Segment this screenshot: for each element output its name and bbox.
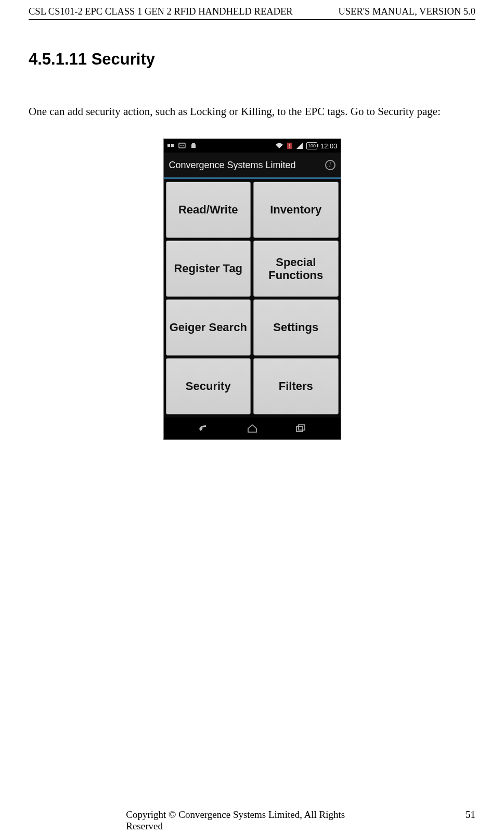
svg-rect-1 (171, 144, 174, 147)
phone-frame: ! 100 12:03 Convergence Systems Limited … (163, 138, 341, 440)
page-header: CSL CS101-2 EPC CLASS 1 GEN 2 RFID HANDH… (0, 0, 504, 19)
dialog-icon (178, 142, 186, 149)
battery-text: 100 (308, 143, 316, 148)
filters-button[interactable]: Filters (253, 358, 339, 414)
two-dots-icon (167, 142, 174, 149)
status-time: 12:03 (320, 142, 338, 150)
settings-button[interactable]: Settings (253, 299, 339, 356)
app-title: Convergence Systems Limited (169, 160, 296, 171)
geiger-search-button[interactable]: Geiger Search (166, 299, 251, 356)
svg-point-3 (180, 145, 182, 146)
page-footer: Copyright © Convergence Systems Limited,… (0, 809, 504, 821)
svg-rect-2 (179, 143, 185, 148)
security-button[interactable]: Security (166, 358, 251, 414)
wifi-icon (275, 142, 283, 149)
signal-icon (296, 142, 303, 149)
section-heading: 4.5.1.11 Security (29, 50, 475, 69)
battery-icon: 100 (306, 142, 317, 149)
section-body: One can add security action, such as Loc… (29, 100, 475, 123)
status-left (167, 142, 197, 149)
android-status-bar: ! 100 12:03 (164, 139, 341, 153)
svg-text:!: ! (289, 143, 291, 149)
button-grid: Read/Write Inventory Register Tag Specia… (165, 180, 340, 416)
status-right: ! 100 12:03 (275, 142, 338, 150)
home-icon[interactable] (247, 424, 258, 433)
read-write-button[interactable]: Read/Write (166, 182, 251, 238)
svg-rect-9 (296, 426, 303, 432)
recent-icon[interactable] (295, 424, 306, 433)
embedded-screenshot: ! 100 12:03 Convergence Systems Limited … (29, 138, 475, 440)
footer-copyright: Copyright © Convergence Systems Limited,… (126, 809, 378, 832)
app-title-bar: Convergence Systems Limited i (164, 153, 341, 179)
page-content: 4.5.1.11 Security One can add security a… (0, 20, 504, 440)
header-left: CSL CS101-2 EPC CLASS 1 GEN 2 RFID HANDH… (29, 6, 293, 17)
sim-error-icon: ! (287, 142, 293, 149)
register-tag-button[interactable]: Register Tag (166, 241, 251, 297)
back-icon[interactable] (198, 424, 210, 433)
svg-rect-0 (167, 144, 170, 147)
svg-rect-10 (299, 425, 305, 430)
header-right: USER'S MANUAL, VERSION 5.0 (338, 6, 475, 17)
android-icon (190, 142, 197, 149)
app-grid-area: Read/Write Inventory Register Tag Specia… (164, 179, 341, 418)
page-number: 51 (466, 809, 475, 821)
special-functions-button[interactable]: Special Functions (253, 241, 339, 297)
inventory-button[interactable]: Inventory (253, 182, 339, 238)
info-icon[interactable]: i (325, 160, 335, 170)
svg-point-4 (183, 145, 184, 146)
android-nav-bar (164, 418, 341, 439)
